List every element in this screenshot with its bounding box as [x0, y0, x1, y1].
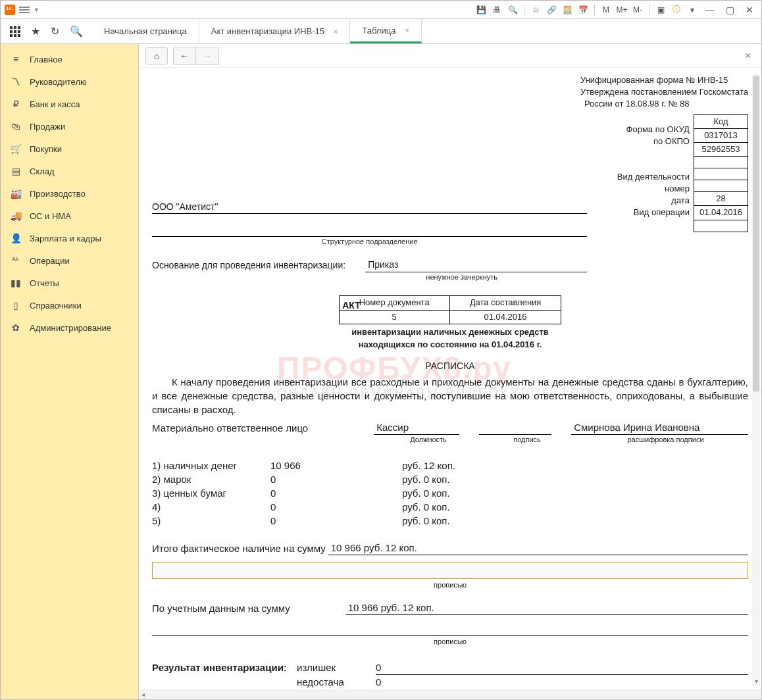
content-toolbar: ⌂ ← → ×: [139, 44, 761, 68]
sidebar-item-assets[interactable]: 🚚ОС и НМА: [1, 205, 138, 227]
sidebar-item-reports[interactable]: ▮▮Отчеты: [1, 272, 138, 294]
m-minus-icon[interactable]: M-: [632, 4, 644, 16]
document-scroll[interactable]: Унифицированная форма № ИНВ-15 Утвержден…: [139, 68, 761, 689]
okpo-label: по ОКПО: [617, 136, 690, 147]
link-icon[interactable]: 🔗: [546, 4, 557, 16]
maximize-button[interactable]: ▢: [722, 3, 738, 16]
sidebar-item-main[interactable]: ≡Главное: [1, 48, 138, 70]
tab-label: Акт инвентаризации ИНВ-15: [211, 26, 324, 36]
cart-icon: 🛒: [10, 143, 22, 154]
basis-note: ненужное зачеркнуть: [152, 272, 587, 282]
total-row: Итого фактическое наличие на сумму 10 96…: [152, 541, 748, 555]
factory-icon: 🏭: [10, 188, 22, 199]
history-icon[interactable]: ↻: [51, 25, 59, 38]
sidebar-item-sales[interactable]: 🛍Продажи: [1, 115, 138, 138]
okud-label: Форма по ОКУД: [617, 124, 690, 136]
akt-sub2: находящихся по состоянию на 01.04.2016 г…: [152, 339, 748, 351]
scroll-down-icon[interactable]: ▾: [752, 678, 760, 685]
forward-button[interactable]: →: [196, 47, 218, 64]
tab-label: Начальная страница: [104, 26, 187, 36]
tab-close-icon[interactable]: ×: [405, 26, 409, 34]
sidebar-item-salary[interactable]: 👤Зарплата и кадры: [1, 227, 138, 249]
tab-inv15[interactable]: Акт инвентаризации ИНВ-15×: [199, 19, 351, 43]
number-label: номер: [617, 183, 690, 195]
close-panel-button[interactable]: ×: [741, 50, 755, 62]
struct-label: Структурное подразделение: [152, 237, 587, 247]
sidebar-item-directories[interactable]: ▯Справочники: [1, 294, 138, 316]
okud-value: 0317013: [694, 128, 748, 142]
total-value: 10 966 руб. 12 коп.: [328, 541, 748, 555]
sidebar-item-bank[interactable]: ₽Банк и касса: [1, 93, 138, 115]
sidebar-item-operations[interactable]: ᴬᵏОперации: [1, 249, 138, 272]
sidebar-item-manager[interactable]: 〽Руководителю: [1, 70, 138, 93]
ruble-icon: ₽: [10, 99, 22, 109]
bars-icon: ≡: [10, 54, 22, 64]
vertical-scrollbar[interactable]: ▾: [752, 74, 760, 686]
scroll-thumb[interactable]: [753, 76, 759, 391]
activity-label: Вид деятельности: [617, 171, 690, 183]
calendar-icon[interactable]: 📅: [577, 4, 589, 16]
app-window: ▼ 💾 🖶 🔍 ☆ 🔗 🧮 📅 M M+ M- ▣ ⓘ ▾ — ▢ ✕ ★: [0, 0, 762, 700]
info-dropdown-icon[interactable]: ▾: [686, 4, 698, 16]
raspiska-text: К началу проведения инвентаризации все р…: [152, 375, 748, 416]
minimize-button[interactable]: —: [702, 3, 718, 16]
sidebar-item-admin[interactable]: ✿Администрирование: [1, 316, 138, 339]
tabs: Начальная страница Акт инвентаризации ИН…: [92, 19, 422, 43]
raspiska-title: РАСПИСКА: [152, 360, 748, 373]
hamburger-icon[interactable]: [19, 5, 30, 15]
document-inv15: Унифицированная форма № ИНВ-15 Утвержден…: [152, 74, 748, 689]
code-table: Код 0317013 52962553 28 01.04.2016: [694, 114, 748, 232]
horizontal-scrollbar[interactable]: ◂: [139, 689, 761, 699]
preview-icon[interactable]: 🔍: [507, 4, 519, 16]
gear-icon: ✿: [10, 322, 22, 333]
form-header-2: Утверждена постановлением Госкомстата: [580, 86, 748, 98]
surplus-value: 0: [376, 661, 748, 675]
apps-icon[interactable]: [10, 26, 20, 37]
sidebar-item-purchases[interactable]: 🛒Покупки: [1, 138, 138, 160]
optype-label: Вид операции: [617, 207, 690, 218]
responsible-row: Материально ответственное лицо Кассир См…: [152, 420, 748, 435]
info-icon[interactable]: ⓘ: [671, 4, 682, 16]
book-icon: ▯: [10, 300, 22, 311]
org-row: ООО "Аметист": [152, 201, 587, 214]
sidebar-item-warehouse[interactable]: ▤Склад: [1, 160, 138, 182]
print-icon[interactable]: 🖶: [491, 4, 503, 16]
search-icon[interactable]: 🔍: [70, 25, 83, 38]
selection-band[interactable]: [152, 562, 748, 579]
person-icon: 👤: [10, 233, 22, 243]
boxes-icon: ▤: [10, 166, 22, 176]
m-plus-icon[interactable]: M+: [616, 4, 628, 16]
code-header: Код: [694, 114, 748, 128]
star-icon[interactable]: ★: [31, 25, 40, 38]
money-rows: 1) наличных денег10 966руб. 12 коп. 2) м…: [152, 459, 748, 528]
truck-icon: 🚚: [10, 211, 22, 221]
titlebar: ▼ 💾 🖶 🔍 ☆ 🔗 🧮 📅 M M+ M- ▣ ⓘ ▾ — ▢ ✕: [1, 1, 761, 19]
basis-row: Основание для проведения инвентаризации:…: [152, 259, 587, 272]
calc-icon[interactable]: 🧮: [561, 4, 573, 16]
favorite-icon[interactable]: ☆: [530, 4, 542, 16]
date-value: 01.04.2016: [694, 206, 748, 220]
tab-close-icon[interactable]: ×: [334, 28, 338, 36]
tab-home[interactable]: Начальная страница: [92, 19, 199, 43]
date-label: дата: [617, 195, 690, 207]
bag-icon: 🛍: [10, 121, 22, 132]
org-name: ООО "Аметист": [152, 201, 218, 214]
barchart-icon: ▮▮: [10, 278, 22, 288]
dropdown-arrow-icon[interactable]: ▼: [34, 7, 39, 13]
toolbar-row: ★ ↻ 🔍 Начальная страница Акт инвентариза…: [1, 19, 761, 44]
save-icon[interactable]: 💾: [475, 4, 487, 16]
close-window-button[interactable]: ✕: [742, 3, 757, 16]
sidebar-item-production[interactable]: 🏭Производство: [1, 182, 138, 205]
sidebar: ≡Главное 〽Руководителю ₽Банк и касса 🛍Пр…: [1, 44, 139, 699]
position: Кассир: [374, 420, 459, 435]
panels-icon[interactable]: ▣: [655, 4, 667, 16]
fio: Смирнова Ирина Ивановна: [571, 420, 748, 435]
back-button[interactable]: ←: [174, 47, 196, 64]
result-shortage-row: недостача 0: [152, 675, 748, 689]
account-row: По учетным данным на сумму 10 966 руб. 1…: [152, 601, 748, 615]
m-icon[interactable]: M: [600, 4, 612, 16]
home-button[interactable]: ⌂: [145, 47, 168, 64]
akt-table: Номер документаДата составления 501.04.2…: [339, 295, 562, 324]
tab-table[interactable]: Таблица×: [350, 19, 421, 43]
form-header-1: Унифицированная форма № ИНВ-15: [580, 74, 748, 86]
